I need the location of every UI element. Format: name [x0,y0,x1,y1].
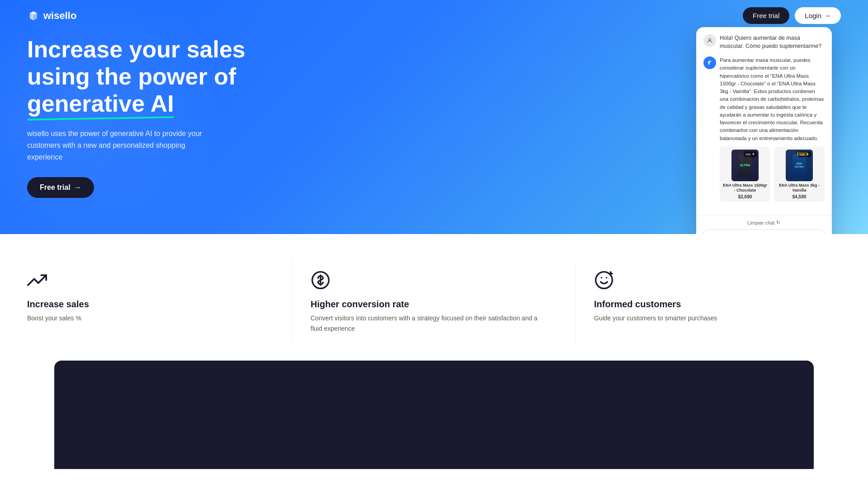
nav-login-button[interactable]: Login → [795,7,841,24]
logo-text: wisello [43,10,76,22]
chat-product-2: ENAULTRA PROMO Ver ✦ ENA Ultra Mass 3kg … [774,147,825,202]
product-2-ver-badge[interactable]: Ver ✦ [798,151,811,157]
product-1-ver-badge[interactable]: Ver ✦ [744,151,757,157]
trending-up-icon [27,270,49,292]
feature-1-desc: Boost your sales % [27,313,256,323]
chat-user-text: Hola! Quiero aumentar de masa muscular. … [720,34,825,50]
chat-input-area[interactable] [702,229,826,234]
svg-point-0 [709,38,711,41]
header-nav: Free trial Login → [743,7,841,24]
chat-bot-content: Para aumentar masa muscular, puedes cons… [720,56,825,202]
bottom-strip [0,469,868,483]
smiley-plus-icon [594,270,616,292]
features-section: Increase sales Boost your sales % Higher… [0,234,868,361]
chat-product-1: ULTRA Ver ✦ ENA Ultra Mass 1500gr - Choc… [720,147,770,202]
product-2-price: $4,590 [777,194,822,199]
clear-chat-label: Limpiar chat [748,220,775,225]
hero-section: Increase your sales using the power of g… [0,0,868,234]
chat-bot-text: Para aumentar masa muscular, puedes cons… [720,56,825,142]
nav-free-trial-button[interactable]: Free trial [743,7,789,24]
chat-bot-avatar [703,56,716,69]
feature-3-title: Informed customers [594,299,823,310]
chat-body: Hola! Quiero aumentar de masa muscular. … [696,27,832,216]
svg-point-2 [596,272,613,289]
chat-send-button[interactable] [814,233,821,234]
chat-products: ULTRA Ver ✦ ENA Ultra Mass 1500gr - Choc… [720,147,825,202]
send-icon [814,233,821,234]
feature-informed-customers: Informed customers Guide your customers … [594,261,841,343]
feature-2-title: Higher conversion rate [311,299,539,310]
feature-increase-sales: Increase sales Boost your sales % [27,261,274,343]
dollar-circle-icon [311,270,332,292]
logo: wisello [27,9,76,22]
feature-3-desc: Guide your customers to smarter purchase… [594,313,823,323]
feature-divider-2 [576,261,576,343]
clear-chat-button[interactable]: Limpiar chat ↻ [748,220,781,225]
hero-content: Increase your sales using the power of g… [27,36,298,198]
refresh-icon: ↻ [776,220,780,225]
product-1-name: ENA Ultra Mass 1500gr - Chocolate [722,183,768,193]
login-label: Login [805,12,821,19]
hero-title-line3: generative AI [27,90,174,117]
feature-2-desc: Convert visitors into customers with a s… [311,313,539,333]
hero-title-line2: using the power of [27,63,236,89]
product-1-image: ULTRA Ver ✦ [731,150,759,181]
chat-user-message: Hola! Quiero aumentar de masa muscular. … [703,34,825,50]
feature-conversion-rate: Higher conversion rate Convert visitors … [311,261,557,343]
product-2-image: ENAULTRA PROMO Ver ✦ [786,150,813,181]
dark-section [54,361,814,469]
hero-title-line1: Increase your sales [27,36,245,62]
logo-icon [27,9,40,22]
header: wisello Free trial Login → [0,0,868,31]
hero-title: Increase your sales using the power of g… [27,36,298,117]
chat-footer: Limpiar chat ↻ [696,216,832,229]
product-2-name: ENA Ultra Mass 3kg - Vainilla [777,183,822,193]
chat-bot-message: Para aumentar masa muscular, puedes cons… [703,56,825,202]
product-1-price: $2,690 [722,194,768,199]
login-arrow-icon: → [824,12,831,19]
chat-user-avatar [703,34,716,47]
feature-1-title: Increase sales [27,299,256,310]
hero-cta-arrow-icon: → [74,183,81,192]
hero-cta-label: Free trial [40,183,71,192]
hero-subtitle: wisello uses the power of generative AI … [27,128,217,163]
chat-widget: Hola! Quiero aumentar de masa muscular. … [696,27,832,234]
feature-divider-1 [292,261,292,343]
hero-free-trial-button[interactable]: Free trial → [27,177,94,198]
